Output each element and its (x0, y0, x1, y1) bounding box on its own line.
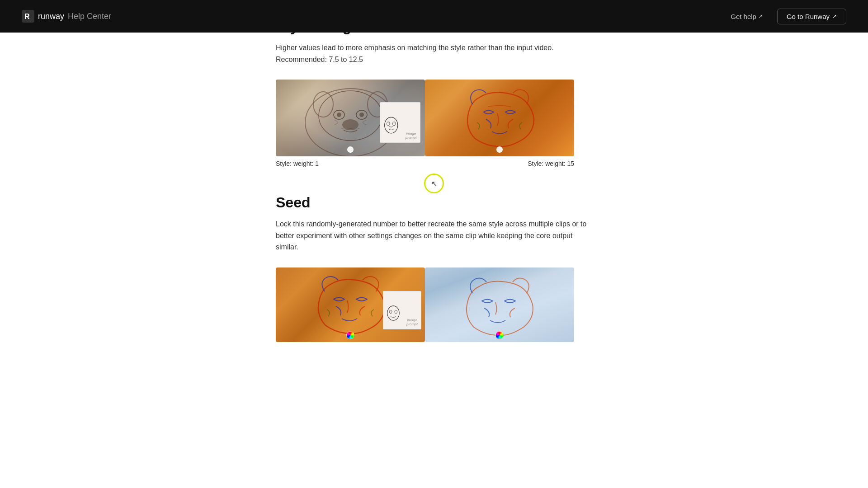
image-prompt-sketch (380, 115, 402, 140)
get-help-link[interactable]: Get help ↗ (731, 13, 763, 20)
seed-left-image-item: image prompt (276, 267, 425, 342)
style-weight-1-image-item: image prompt Style: weight: 1 (276, 80, 425, 167)
dot-indicator-left (347, 146, 354, 153)
svg-point-13 (392, 122, 395, 126)
go-to-runway-arrow-icon: ↗ (832, 13, 837, 19)
image-prompt-sketch-seed (383, 304, 403, 326)
bulldog-sketch-weight-15 (425, 80, 574, 156)
color-wheel-right (495, 331, 504, 339)
svg-text:R: R (24, 13, 30, 20)
color-wheel-left (346, 331, 354, 339)
image-prompt-label-left: image prompt (402, 131, 420, 140)
seed-right-image-item (425, 267, 574, 342)
cursor-circle: ↖ (424, 174, 444, 193)
navbar: R runway Help Center Get help ↗ Go to Ru… (0, 0, 868, 33)
navbar-right: Get help ↗ Go to Runway ↗ (731, 9, 846, 24)
doc-container: Style: weight Higher values lead to more… (240, 0, 628, 369)
image-prompt-card-seed-left: image prompt (383, 291, 421, 329)
navbar-left: R runway Help Center (22, 10, 111, 23)
svg-point-15 (389, 310, 392, 313)
svg-point-14 (387, 306, 399, 320)
style-weight-15-caption: Style: weight: 15 (425, 160, 574, 167)
get-help-arrow-icon: ↗ (758, 13, 763, 19)
style-weight-description: Higher values lead to more emphasis on m… (276, 42, 592, 65)
seed-left-image: image prompt (276, 267, 425, 342)
style-weight-section: Style: weight Higher values lead to more… (276, 18, 592, 167)
svg-point-16 (395, 310, 397, 313)
svg-point-9 (359, 113, 364, 117)
svg-point-11 (385, 117, 398, 133)
image-prompt-card-left: image prompt (380, 102, 420, 143)
seed-image-comparison: image prompt (276, 267, 574, 342)
style-weight-15-image (425, 80, 574, 156)
seed-section: Seed Lock this randomly-generated number… (276, 194, 592, 342)
style-weight-1-image: image prompt (276, 80, 425, 156)
navbar-brand-helpcenter: Help Center (68, 12, 111, 21)
navbar-brand-runway: runway (38, 12, 64, 21)
svg-point-12 (387, 122, 390, 126)
style-weight-1-caption: Style: weight: 1 (276, 160, 425, 167)
seed-title: Seed (276, 194, 592, 211)
image-prompt-label-seed-left: image prompt (403, 318, 421, 326)
seed-description: Lock this randomly-generated number to b… (276, 218, 592, 253)
seed-right-image (425, 267, 574, 342)
runway-logo-icon: R (22, 10, 34, 23)
runway-logo: R runway Help Center (22, 10, 111, 23)
svg-point-8 (337, 113, 341, 117)
cursor-arrow-icon: ↖ (431, 179, 437, 188)
cursor-gap: ↖ (276, 173, 592, 194)
style-weight-15-image-item: Style: weight: 15 (425, 80, 574, 167)
style-weight-image-comparison: image prompt Style: weight: 1 (276, 80, 574, 167)
go-to-runway-button[interactable]: Go to Runway ↗ (777, 9, 846, 24)
dot-indicator-right (496, 146, 503, 153)
